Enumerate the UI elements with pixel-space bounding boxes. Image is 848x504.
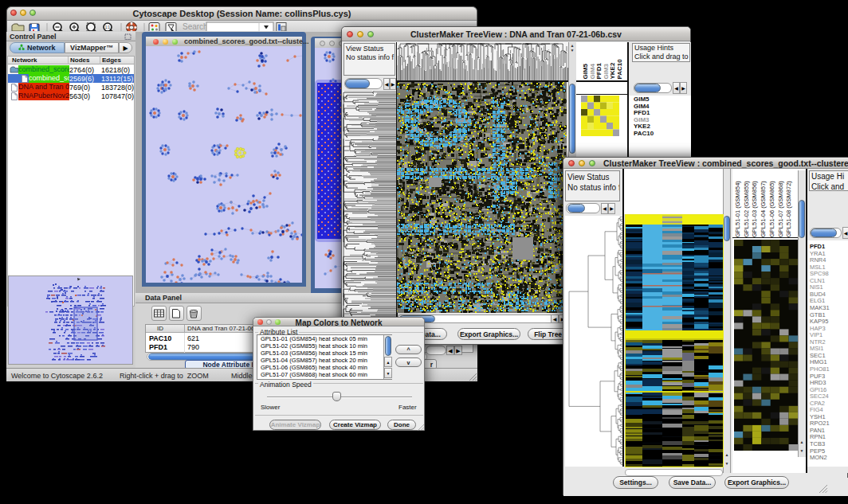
svg-text:1:1: 1:1: [105, 25, 111, 29]
svg-text:Search:: Search:: [183, 22, 210, 31]
